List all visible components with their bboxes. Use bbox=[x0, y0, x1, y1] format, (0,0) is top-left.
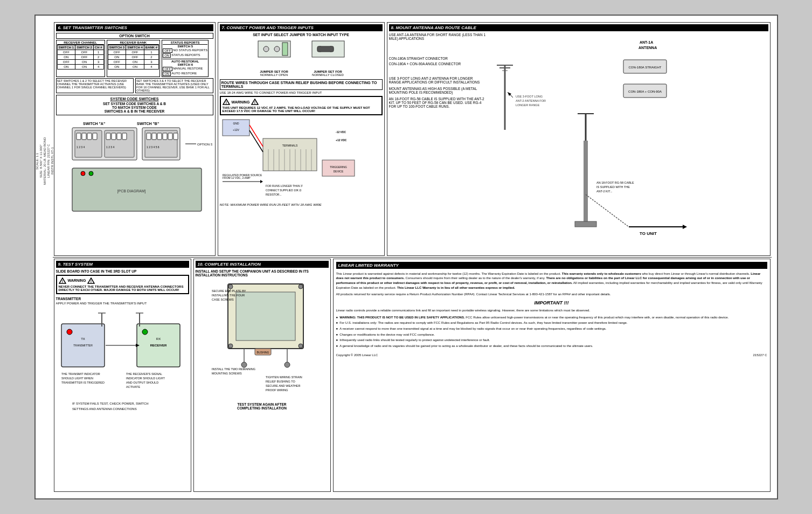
svg-point-131 bbox=[284, 362, 290, 367]
note-2: SET SWITCHES 3 & 4 TO SELECT THE RECEIVE… bbox=[135, 78, 213, 93]
svg-rect-23 bbox=[173, 133, 178, 140]
svg-line-66 bbox=[249, 130, 263, 152]
svg-point-32 bbox=[263, 46, 269, 52]
svg-text:TRIGGERING: TRIGGERING bbox=[330, 165, 347, 169]
svg-text:-12 VDC: -12 VDC bbox=[336, 130, 346, 134]
svg-text:CONNECT SUPPLIED 10K Ω: CONNECT SUPPLIED 10K Ω bbox=[266, 189, 301, 192]
svg-text:INSTALLING THE FOUR: INSTALLING THE FOUR bbox=[212, 294, 245, 297]
section-6-diagram: SWITCH "A" SWITCH "B" bbox=[56, 117, 213, 214]
svg-text:AND OUTPUT SHOULD: AND OUTPUT SHOULD bbox=[126, 381, 158, 384]
svg-text:!: ! bbox=[61, 280, 63, 283]
svg-text:SECURE AND WEATHER: SECURE AND WEATHER bbox=[266, 384, 300, 387]
warning-box-s7: ! WARNING ! THIS UNIT REQUIRES 12 VDC AT… bbox=[220, 96, 383, 115]
status-reports-header: STATUS REPORTS bbox=[163, 41, 207, 45]
svg-text:SWITCH "B": SWITCH "B" bbox=[137, 122, 159, 126]
svg-text:BUSHING: BUSHING bbox=[256, 351, 269, 354]
con180a-con90a-label: CON-180A + CON-90A ANGLE CONNECTOR bbox=[389, 62, 486, 66]
jumper-closed-state: NORMALLY CLOSED bbox=[307, 73, 350, 77]
bullet-dot-4: ● bbox=[336, 332, 338, 337]
svg-text:!: ! bbox=[225, 101, 226, 105]
antenna-svg: ANT-1A ANTENNA CON-180A STRAIGHT CON-180… bbox=[489, 33, 693, 248]
svg-text:CON-180A + CON-90A: CON-180A + CON-90A bbox=[628, 90, 662, 93]
bullet-text-4: Changes or modifications to the device m… bbox=[339, 332, 435, 337]
system-code-switches: SYSTEM CODE SWITCHES SET SYSTEM CODE SWI… bbox=[56, 95, 213, 115]
receiver-channel-table: RECEIVER CHANNEL SWITCH 1SWITCH 2CH # OF… bbox=[56, 40, 105, 77]
svg-text:CON-180A STRAIGHT: CON-180A STRAIGHT bbox=[628, 66, 661, 69]
bullet-dot-6: ● bbox=[336, 344, 338, 349]
warranty-body: This Linear product is warranted against… bbox=[336, 272, 767, 358]
svg-rect-34 bbox=[282, 43, 288, 55]
manual-restore: MANUAL RESTORE bbox=[173, 67, 203, 71]
system-code-line3: SWITCHES A & B IN THE RECEIVER bbox=[58, 109, 211, 113]
svg-text:ANT-2 ANTENNA FOR: ANT-2 ANTENNA FOR bbox=[516, 99, 546, 102]
bullet-text-1: WARNING: THIS PRODUCT IS NOT TO BE USED … bbox=[339, 315, 728, 320]
section-8-content: USE ANT-1A ANTENNA FOR SHORT RANGE (LESS… bbox=[389, 33, 768, 251]
receiver-bank-header: RECEIVER BANK bbox=[108, 41, 159, 45]
test-again-step: TEST SYSTEM AGAIN AFTER COMPLETING INSTA… bbox=[196, 402, 329, 410]
svg-text:IF SYSTEM FAILS TEST, CHECK PO: IF SYSTEM FAILS TEST, CHECK POWER, SWITC… bbox=[72, 402, 149, 405]
svg-rect-21 bbox=[163, 133, 167, 140]
svg-text:1 2 3 4 5 6: 1 2 3 4 5 6 bbox=[147, 145, 159, 149]
option-switch-notes: SET SWITCHES 1 & 2 TO SELECT THE RECEIVE… bbox=[56, 78, 213, 93]
option-switch-container: OPTION SWITCH RECEIVER CHANNEL SWITCH 1S… bbox=[56, 33, 213, 93]
svg-text:SHOULD LIGHT WHEN: SHOULD LIGHT WHEN bbox=[61, 377, 93, 380]
svg-point-126 bbox=[299, 284, 303, 289]
section-7-note: NOTE: MAXIMUM POWER WIRE RUN 25-FEET WIT… bbox=[220, 203, 383, 206]
install-setup-step: INSTALL AND SETUP THE COMPANION UNIT AS … bbox=[196, 269, 329, 277]
auto-restore: AUTO RESTORE bbox=[171, 72, 197, 76]
bullet-dot-1: ● bbox=[336, 315, 338, 320]
auto-row-2: ON AUTO RESTORE bbox=[163, 72, 207, 76]
section-10: 10. COMPLETE INSTALLATION INSTALL AND SE… bbox=[193, 259, 331, 492]
bullet-dot-3: ● bbox=[336, 327, 338, 331]
complete-install-svg: BUSHING SECURE END PLATE BY INSTALLING T… bbox=[196, 279, 325, 397]
status-row-1: OFF NO STATUS REPORTS bbox=[163, 48, 207, 53]
slide-board-step: SLIDE BOARD INTO CASE IN THE 3RD SLOT UP bbox=[56, 269, 189, 273]
svg-text:TIGHTEN WIRING STRAIN: TIGHTEN WIRING STRAIN bbox=[266, 376, 302, 379]
svg-text:SWITCH "A": SWITCH "A" bbox=[83, 122, 105, 126]
svg-text:!: ! bbox=[91, 280, 92, 283]
svg-text:TRANSMITTER: TRANSMITTER bbox=[73, 344, 93, 347]
svg-text:IS SUPPLIED WITH THE: IS SUPPLIED WITH THE bbox=[596, 185, 630, 189]
svg-text:USE 3-FOOT LONG: USE 3-FOOT LONG bbox=[516, 95, 543, 98]
status-reports-box: STATUS REPORTS SWITCH 5 OFF NO STATUS RE… bbox=[162, 40, 209, 77]
svg-text:ANTENNA: ANTENNA bbox=[639, 46, 657, 50]
transmitter-label: TRANSMITTER bbox=[56, 297, 189, 301]
svg-marker-94 bbox=[683, 225, 687, 229]
jumper-closed-diagram: JUMPER SET FOR NORMALLY CLOSED bbox=[307, 38, 350, 77]
warning-body-s7: THIS UNIT REQUIRES 12 VDC AT 2 AMPS. THE… bbox=[223, 106, 380, 113]
section-8-diagram: ANT-1A ANTENNA CON-180A STRAIGHT CON-180… bbox=[489, 33, 768, 251]
section-6-header: 6. SET TRANSMITTER SWITCHES bbox=[56, 24, 213, 31]
svg-rect-5 bbox=[77, 133, 81, 140]
bullet-dot-2: ● bbox=[336, 321, 338, 325]
receiver-channel-data: SWITCH 1SWITCH 2CH # OFFOFF1 ONOFF2 OFFO… bbox=[57, 45, 104, 70]
wiring-svg: GND +12V -12 VDC +12 VDC TERMINALS bbox=[220, 117, 381, 203]
bullet-5: ● Infrequently used radio links should b… bbox=[336, 338, 767, 343]
section-10-diagram: BUSHING SECURE END PLATE BY INSTALLING T… bbox=[196, 279, 329, 397]
status-no-reports: NO STATUS REPORTS bbox=[173, 48, 207, 53]
system-code-line2: TO MATCH SYSTEM CODE bbox=[58, 106, 211, 109]
svg-text:FOR RUNS LONGER THAN 3': FOR RUNS LONGER THAN 3' bbox=[266, 184, 303, 187]
svg-text:SETTINGS AND ANTENNA CONNECTIO: SETTINGS AND ANTENNA CONNECTIONS bbox=[72, 407, 137, 411]
jumper-closed-svg bbox=[307, 38, 350, 68]
svg-rect-9 bbox=[106, 133, 110, 140]
svg-text:INSTALL THE TWO REMAINING: INSTALL THE TWO REMAINING bbox=[212, 367, 255, 371]
bullet-2: ● For U.S. installations only: The radio… bbox=[336, 321, 767, 325]
svg-text:PROOF WIRING: PROOF WIRING bbox=[266, 388, 288, 392]
svg-text:THE RECEIVER'S SIGNAL: THE RECEIVER'S SIGNAL bbox=[126, 372, 162, 376]
wiring-diagram: GND +12V -12 VDC +12 VDC TERMINALS bbox=[220, 117, 383, 203]
warranty-para-1: This Linear product is warranted against… bbox=[336, 272, 767, 290]
svg-rect-129 bbox=[236, 292, 295, 341]
copyright-text: Copyright © 2005 Linear LLC bbox=[336, 353, 378, 358]
test-again-line2: COMPLETING INSTALLATION bbox=[196, 406, 329, 410]
svg-rect-6 bbox=[82, 133, 86, 140]
con180a-info: CON-180A STRAIGHT CONNECTOR CON-180A + C… bbox=[389, 57, 486, 66]
svg-text:ANT-2 KIT...: ANT-2 KIT... bbox=[596, 190, 613, 193]
side-label-line2: LINEAR P/N: 215227 C bbox=[47, 144, 50, 178]
ant1a-info: USE ANT-1A ANTENNA FOR SHORT RANGE (LESS… bbox=[389, 33, 486, 40]
svg-point-33 bbox=[274, 46, 280, 52]
svg-rect-10 bbox=[112, 133, 116, 140]
svg-text:OPTION SWITCH: OPTION SWITCH bbox=[197, 143, 212, 146]
svg-text:GND: GND bbox=[233, 122, 239, 125]
jumper-open-svg bbox=[253, 38, 296, 68]
bullet-dot-5: ● bbox=[336, 338, 338, 343]
